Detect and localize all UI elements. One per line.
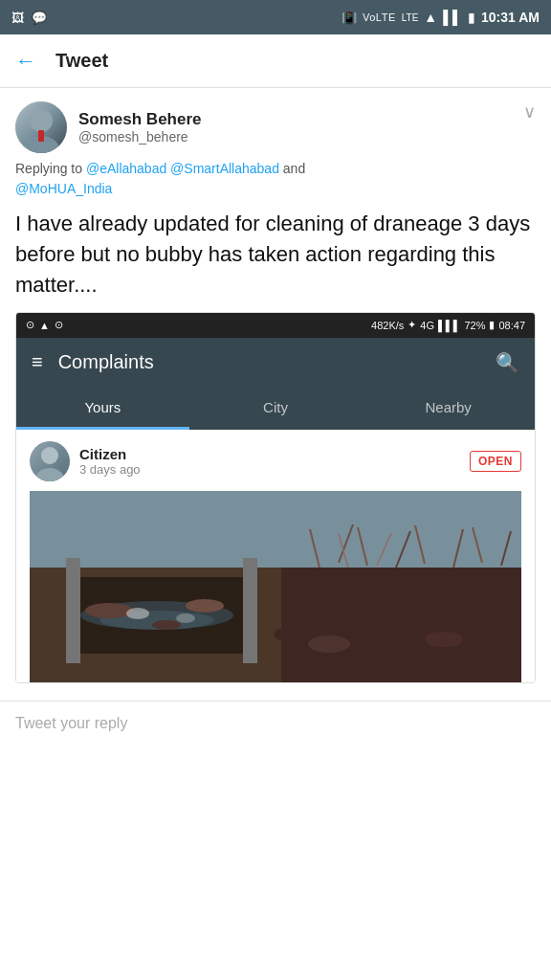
lte-label: LTE	[402, 12, 419, 23]
tab-city[interactable]: City	[189, 388, 363, 430]
app-status-icon3: ⊙	[55, 319, 63, 331]
complaint-image	[30, 491, 521, 682]
whatsapp-icon: 💬	[32, 11, 47, 25]
tab-nearby[interactable]: Nearby	[362, 388, 535, 430]
svg-point-3	[41, 447, 58, 464]
page-title: Tweet	[55, 50, 108, 72]
app-status-icon1: ⊙	[26, 319, 34, 331]
reply-input[interactable]: Tweet your reply	[15, 715, 127, 731]
open-badge: OPEN	[470, 451, 521, 472]
svg-point-31	[176, 613, 195, 623]
mention-smartallahabad[interactable]: @SmartAllahabad	[170, 161, 279, 176]
app-signal-bars: ▌▌▌	[438, 320, 460, 331]
app-title: Complaints	[58, 351, 154, 373]
app-tabs: Yours City Nearby	[16, 388, 535, 430]
status-bar-right: 📳 VoLTE LTE ▲ ▌▌ ▮ 10:31 AM	[342, 10, 540, 25]
app-battery-icon: ▮	[489, 319, 495, 331]
mention-mohua[interactable]: @MoHUA_India	[15, 181, 112, 196]
reply-line: Replying to @eAllahabad @SmartAllahabad …	[15, 159, 536, 199]
signal-bars2-icon: ▌▌	[443, 10, 462, 25]
svg-point-10	[85, 603, 133, 618]
app-status-right: 482K/s ✦ 4G ▌▌▌ 72% ▮ 08:47	[371, 319, 525, 331]
back-button[interactable]: ←	[15, 49, 36, 74]
svg-point-27	[425, 632, 463, 647]
svg-point-25	[308, 635, 350, 653]
svg-point-30	[126, 608, 149, 619]
svg-rect-13	[281, 568, 521, 682]
user-name: Somesh Behere	[78, 110, 202, 129]
gallery-icon: 🖼	[11, 11, 24, 25]
app-status-left: ⊙ ▲ ⊙	[26, 319, 63, 331]
app-battery-pct: 72%	[464, 320, 485, 331]
svg-rect-28	[66, 558, 80, 663]
tweet-text: I have already updated for cleaning of d…	[15, 209, 536, 301]
tweet-user-info: Somesh Behere @somesh_behere	[15, 101, 202, 153]
avatar	[15, 101, 67, 153]
svg-rect-2	[38, 130, 44, 142]
app-speed: 482K/s	[371, 320, 404, 331]
complaint-details: Citizen 3 days ago	[79, 446, 141, 477]
user-handle: @somesh_behere	[78, 129, 202, 145]
embedded-app: ⊙ ▲ ⊙ 482K/s ✦ 4G ▌▌▌ 72% ▮ 08:47 ≡ Comp…	[15, 312, 536, 683]
svg-point-11	[186, 599, 224, 612]
time-display: 10:31 AM	[481, 10, 540, 25]
app-header: ≡ Complaints 🔍	[16, 338, 535, 388]
complaint-card-header: Citizen 3 days ago OPEN	[30, 441, 521, 481]
complaint-card: Citizen 3 days ago OPEN	[16, 430, 535, 682]
svg-point-4	[35, 468, 64, 481]
app-status-bar: ⊙ ▲ ⊙ 482K/s ✦ 4G ▌▌▌ 72% ▮ 08:47	[16, 313, 535, 338]
complaint-avatar	[30, 441, 70, 481]
app-header-left: ≡ Complaints	[32, 351, 154, 373]
search-icon[interactable]: 🔍	[496, 351, 519, 374]
svg-point-26	[363, 623, 391, 636]
hamburger-menu-icon[interactable]: ≡	[32, 351, 43, 373]
signal-icon: 📳	[342, 11, 357, 25]
battery-icon: ▮	[468, 10, 475, 25]
svg-point-24	[274, 627, 308, 642]
status-bar-left: 🖼 💬	[11, 11, 47, 25]
complaint-time: 3 days ago	[79, 462, 141, 477]
user-details: Somesh Behere @somesh_behere	[78, 110, 202, 145]
status-bar: 🖼 💬 📳 VoLTE LTE ▲ ▌▌ ▮ 10:31 AM	[0, 0, 551, 34]
app-bluetooth-icon: ✦	[408, 319, 416, 331]
complaint-name: Citizen	[79, 446, 141, 462]
chevron-down-icon[interactable]: ∨	[523, 101, 536, 122]
app-status-icon2: ▲	[39, 320, 50, 331]
tweet-user-row: Somesh Behere @somesh_behere ∨	[15, 101, 536, 153]
complaint-user-info: Citizen 3 days ago	[30, 441, 141, 481]
tab-yours[interactable]: Yours	[16, 388, 189, 430]
app-signal-label: 4G	[420, 320, 434, 331]
tweet-content: Somesh Behere @somesh_behere ∨ Replying …	[0, 88, 551, 693]
signal-bars-icon: ▲	[424, 10, 437, 25]
volte-label: VoLTE	[363, 11, 396, 23]
reply-bar[interactable]: Tweet your reply	[0, 701, 551, 746]
mention-eallahabad[interactable]: @eAllahabad	[86, 161, 166, 176]
svg-point-12	[152, 620, 181, 630]
app-time: 08:47	[498, 320, 525, 331]
svg-point-0	[30, 109, 53, 132]
tweet-header: ← Tweet	[0, 34, 551, 88]
svg-rect-29	[243, 558, 257, 663]
